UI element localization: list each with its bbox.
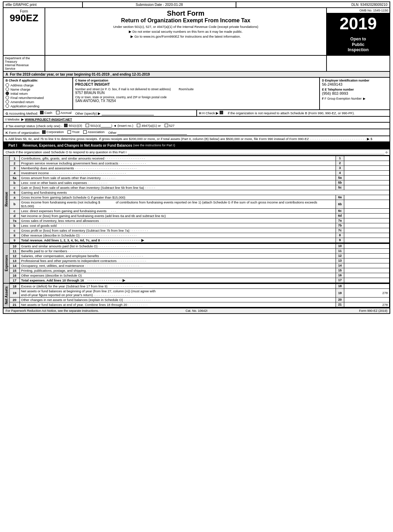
year-text: 2019 (340, 14, 377, 33)
amount-13 (344, 258, 390, 263)
footer-paperwork: For Paperwork Reduction Act Notice, see … (6, 309, 133, 313)
table-row: c Less: direct expenses from gaming and … (10, 208, 390, 213)
row-20-desc: Other changes in net assets or fund bala… (19, 297, 336, 302)
circle-address (6, 83, 9, 87)
omb-label: OMB No. 1545-1150 (327, 8, 390, 13)
table-row: 11 Benefits paid to or for members · · ·… (10, 248, 390, 253)
row-4-desc: Investment income · · · · · · · · · · · … (19, 170, 336, 175)
amount-1 (344, 156, 390, 161)
amount-3 (344, 165, 390, 170)
row-6d-desc: Net income or (loss) from gaming and fun… (19, 213, 336, 218)
line-label-5a: 5a (336, 175, 344, 180)
revenue-section: Revenue 1 Contributions, gifts, grants, … (3, 156, 390, 244)
row-6b-desc: Gross income from fundraising events (no… (19, 200, 336, 208)
assoc-box (83, 130, 87, 134)
table-row: b Less: cost or other basis and sales ex… (10, 180, 390, 185)
line-num-4: 4 (10, 170, 19, 175)
address-change-label: Address charge (10, 83, 34, 87)
row-6c-desc: Less: direct expenses from gaming and fu… (19, 208, 336, 213)
line-label-10: 10 (336, 244, 344, 248)
row-17-desc: Total expenses. Add lines 10 through 16 … (19, 278, 336, 283)
row-19-desc: Net assets or fund balances at beginning… (19, 288, 336, 297)
address: 9757 BRAUN RUN (75, 91, 317, 95)
row-2-desc: Program service revenue including govern… (19, 161, 336, 165)
table-row: d Net income or (loss) from gaming and f… (10, 213, 390, 218)
circle-application (6, 104, 9, 108)
tax-status-row: J Tax-exempt status (check only one) - 5… (3, 123, 390, 129)
row-14-desc: Occupancy, rent, utilities, and maintena… (19, 263, 336, 268)
circle-amended (6, 100, 9, 103)
title-line2: Return of Organization Exempt From Incom… (48, 17, 323, 24)
dln-text: DLN: 93492028009210 (352, 3, 387, 7)
amount-16 (344, 273, 390, 278)
dept-left: Department of the Treasury Internal Reve… (3, 56, 45, 71)
amount-5c (344, 185, 390, 190)
revenue-side-label: Revenue (3, 156, 10, 243)
expenses-label: Expenses (5, 255, 8, 271)
line-num-5b: b (10, 180, 19, 185)
amount-7a (344, 218, 390, 223)
row-9-desc: Total revenue. Add lines 1, 2, 3, 4, 5c,… (19, 238, 336, 242)
amount-12 (344, 253, 390, 258)
row-7b-desc: Less: cost of goods sold · · · · · · · ·… (19, 223, 336, 228)
amount-8 (344, 233, 390, 238)
table-row: 21 Net assets or fund balances at end of… (10, 302, 390, 307)
cash-check-box (40, 111, 44, 114)
year-box: 2019 (327, 13, 390, 34)
527-checkbox: 527 (165, 124, 175, 128)
footer-cat: Cat. No. 10642I (133, 309, 260, 313)
bcd-section: B Check if applicable: Address charge Na… (3, 78, 390, 110)
row-10-desc: Grants and similar amounts paid (list in… (19, 244, 336, 248)
check-initial-return: Initial return (6, 92, 70, 95)
g-left: G Accounting Method: Cash Accrual Other … (3, 110, 197, 116)
table-row: 2 Program service revenue including gove… (10, 161, 390, 165)
line-num-13: 13 (10, 258, 19, 263)
501c-box (86, 124, 89, 127)
527-box (165, 124, 168, 127)
revenue-label: Revenue (5, 192, 8, 207)
line-num-11: 11 (10, 248, 19, 253)
line-label-6d: 6d (336, 213, 344, 218)
line-num-10: 10 (10, 244, 19, 248)
expenses-main: 10 Grants and similar amounts paid (list… (10, 244, 390, 283)
table-row: 19 Net assets or fund balances at beginn… (10, 288, 390, 297)
row-5b-desc: Less: cost or other basis and sales expe… (19, 180, 336, 185)
line-num-9: 9 (10, 238, 19, 242)
line-label-14: 14 (336, 263, 344, 268)
amount-21: 278 (344, 302, 390, 307)
line-num-8: 8 (10, 233, 19, 238)
amount-2 (344, 161, 390, 165)
line-label-5b: 5b (336, 180, 344, 185)
check-b: B Check if applicable: Address charge Na… (3, 78, 73, 109)
efile-label: efile GRAPHIC print (3, 2, 83, 7)
h-checkbox (220, 111, 224, 114)
org-name: PROJECT INSIGHT (75, 82, 317, 86)
row-15-desc: Printing, publications, postage, and shi… (19, 268, 336, 273)
line-label-18: 18 (336, 284, 344, 288)
accrual-check-box (56, 111, 60, 114)
table-row: 17 Total expenses. Add lines 10 through … (10, 278, 390, 283)
expenses-side-label: Expenses (3, 244, 10, 283)
right-header: OMB No. 1545-1150 2019 Open to Public In… (327, 8, 390, 55)
amount-5b (344, 180, 390, 185)
check-address-change: Address charge (6, 83, 70, 87)
check-amended: Amended return (6, 100, 70, 104)
submission-text: Submission Date - 2020-01-28 (136, 3, 183, 7)
table-row: 6 Gaming and fundraising events (10, 190, 390, 195)
row-18-desc: Excess or (deficit) for the year (Subtra… (19, 284, 336, 288)
trust-checkbox: Trust (68, 130, 79, 134)
name-change-label: Name charge (10, 87, 30, 91)
revenue-table: 1 Contributions, gifts, grants, and simi… (10, 156, 390, 243)
circle-final (6, 96, 9, 99)
revenue-main: 1 Contributions, gifts, grants, and simi… (10, 156, 390, 243)
check-application: Application pending (6, 104, 70, 108)
line-label-1: 1 (336, 156, 344, 161)
table-row: 13 Professional fees and other payments … (10, 258, 390, 263)
table-row: c Gain or (loss) from sale of assets oth… (10, 185, 390, 190)
website-row: I Website: ▶ WWW.PROJECT-INSIGHT.NET (3, 117, 390, 123)
note1: ▶ Do not enter social security numbers o… (48, 30, 323, 33)
amount-11 (344, 248, 390, 253)
row-3-desc: Membership dues and assessments · · · · … (19, 165, 336, 170)
line-num-16: 16 (10, 273, 19, 278)
line-label-7c: 7c (336, 228, 344, 233)
